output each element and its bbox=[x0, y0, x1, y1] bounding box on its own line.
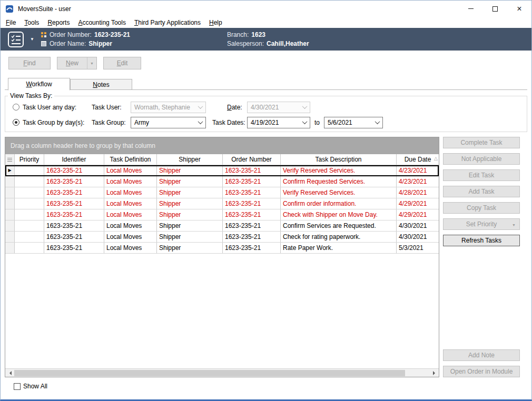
menu-accounting-tools[interactable]: Accounting Tools bbox=[74, 18, 130, 27]
app-icon bbox=[5, 5, 14, 13]
cell-task-definition: Local Moves bbox=[104, 176, 157, 187]
set-priority-label: Set Priority bbox=[466, 220, 497, 228]
table-row[interactable]: 1623-235-21Local MovesShipper1623-235-21… bbox=[5, 243, 439, 254]
task-user-select[interactable]: Wornath, Stephanie bbox=[131, 102, 206, 113]
table-row[interactable]: 1623-235-21Local MovesShipper1623-235-21… bbox=[5, 220, 439, 232]
task-date-from-value: 4/19/2021 bbox=[251, 119, 279, 126]
scroll-left-icon[interactable] bbox=[5, 369, 14, 377]
cell-shipper: Shipper bbox=[157, 198, 223, 209]
task-group-selected-value: Army bbox=[134, 119, 149, 126]
close-icon: × bbox=[517, 5, 521, 13]
edit-task-button[interactable]: Edit Task bbox=[443, 169, 520, 181]
show-all-row: Show All bbox=[5, 383, 527, 390]
window-title: MoversSuite - user bbox=[18, 5, 71, 13]
menu-reports[interactable]: Reports bbox=[43, 18, 74, 27]
task-date-to-select[interactable]: 5/6/2021 bbox=[324, 117, 383, 128]
grid-menu-icon bbox=[7, 158, 12, 158]
column-header-identifier[interactable]: Identifier bbox=[44, 154, 104, 165]
table-row[interactable]: 1623-235-21Local MovesShipper1623-235-21… bbox=[5, 187, 439, 198]
open-order-in-module-button[interactable]: Open Order in Module bbox=[443, 366, 520, 377]
new-button-label: New bbox=[57, 57, 87, 69]
order-list-icon[interactable] bbox=[7, 31, 26, 48]
menu-third-party-applications[interactable]: Third Party Applications bbox=[130, 18, 205, 27]
row-indicator-cell: ▶ bbox=[5, 165, 15, 176]
task-group-label: Task Group: bbox=[92, 119, 129, 126]
task-user-filter-row: Task User any day: Task User: Wornath, S… bbox=[5, 99, 527, 115]
scroll-right-icon[interactable] bbox=[430, 369, 439, 377]
task-actions-panel: Complete Task Not Applicable Edit Task A… bbox=[443, 137, 520, 377]
cell-order-number: 1623-235-21 bbox=[223, 165, 281, 176]
set-priority-button[interactable]: Set Priority ▼ bbox=[443, 218, 520, 230]
tab-workflow[interactable]: Workflow bbox=[8, 78, 70, 91]
add-task-button[interactable]: Add Task bbox=[443, 186, 520, 197]
add-note-button[interactable]: Add Note bbox=[443, 349, 520, 361]
maximize-button[interactable] bbox=[483, 1, 507, 17]
task-user-label: Task User: bbox=[92, 104, 129, 111]
grid-body: ▶1623-235-21Local MovesShipper1623-235-2… bbox=[5, 165, 439, 368]
sort-ascending-icon: △ bbox=[434, 156, 438, 161]
maximize-icon bbox=[492, 6, 498, 12]
menu-file[interactable]: File bbox=[2, 18, 20, 27]
row-indicator-cell bbox=[5, 220, 15, 231]
task-user-radio-icon[interactable] bbox=[13, 104, 19, 111]
set-priority-dropdown-icon[interactable]: ▼ bbox=[512, 223, 516, 227]
horizontal-scrollbar[interactable] bbox=[5, 368, 439, 377]
task-dates-label: Task Dates: bbox=[212, 119, 245, 126]
menu-help[interactable]: Help bbox=[205, 18, 226, 27]
table-row[interactable]: 1623-235-21Local MovesShipper1623-235-21… bbox=[5, 198, 439, 209]
date-select[interactable]: 4/30/2021 bbox=[247, 102, 310, 113]
cell-shipper: Shipper bbox=[157, 243, 223, 253]
close-button[interactable]: × bbox=[507, 1, 531, 17]
cell-identifier: 1623-235-21 bbox=[44, 220, 104, 231]
cell-task-description: Check with Shipper on Move Day. bbox=[281, 209, 397, 220]
table-row[interactable]: 1623-235-21Local MovesShipper1623-235-21… bbox=[5, 232, 439, 243]
column-header-priority[interactable]: Priority bbox=[15, 154, 44, 165]
table-row[interactable]: 1623-235-21Local MovesShipper1623-235-21… bbox=[5, 209, 439, 220]
column-header-task-definition[interactable]: Task Definition bbox=[104, 154, 157, 165]
complete-task-button[interactable]: Complete Task bbox=[443, 137, 520, 148]
column-header-order-number[interactable]: Order Number bbox=[223, 154, 281, 165]
header-dropdown-icon[interactable]: ▼ bbox=[30, 37, 34, 42]
minimize-button[interactable] bbox=[459, 1, 483, 17]
task-group-radio[interactable]: Task Group by day(s): bbox=[13, 119, 92, 126]
row-indicator-cell bbox=[5, 243, 15, 253]
menu-tools[interactable]: Tools bbox=[20, 18, 43, 27]
task-group-radio-label: Task Group by day(s): bbox=[23, 119, 84, 126]
task-user-radio[interactable]: Task User any day: bbox=[13, 104, 92, 111]
task-group-radio-icon[interactable] bbox=[13, 119, 19, 126]
column-header-shipper[interactable]: Shipper bbox=[157, 154, 223, 165]
table-row[interactable]: 1623-235-21Local MovesShipper1623-235-21… bbox=[5, 176, 439, 187]
cell-identifier: 1623-235-21 bbox=[44, 176, 104, 187]
table-row[interactable]: ▶1623-235-21Local MovesShipper1623-235-2… bbox=[5, 165, 439, 176]
column-header-task-description[interactable]: Task Description bbox=[281, 154, 397, 165]
show-all-checkbox[interactable] bbox=[14, 383, 21, 390]
column-header-label: Priority bbox=[19, 156, 39, 163]
column-header-due-date[interactable]: Due Date△ bbox=[397, 154, 439, 165]
new-button[interactable]: New ▼ bbox=[57, 57, 97, 69]
column-header-label: Identifier bbox=[62, 156, 86, 163]
edit-button[interactable]: Edit bbox=[103, 57, 141, 69]
scrollbar-track[interactable] bbox=[14, 369, 430, 377]
tab-workflow-label: Workflow bbox=[26, 81, 52, 88]
scrollbar-thumb[interactable] bbox=[14, 370, 405, 376]
copy-task-button[interactable]: Copy Task bbox=[443, 202, 520, 214]
to-label: to bbox=[314, 119, 320, 126]
task-date-from-select[interactable]: 4/19/2021 bbox=[247, 117, 310, 128]
new-dropdown-icon[interactable]: ▼ bbox=[87, 57, 96, 69]
order-name-value: Shipper bbox=[88, 40, 112, 47]
chevron-down-icon bbox=[300, 117, 310, 128]
tab-notes[interactable]: Notes bbox=[70, 79, 132, 90]
refresh-tasks-button[interactable]: Refresh Tasks bbox=[443, 235, 520, 246]
cell-task-description: Verify Reserved Services. bbox=[281, 165, 397, 176]
cell-identifier: 1623-235-21 bbox=[44, 232, 104, 242]
row-indicator-cell bbox=[5, 187, 15, 198]
task-user-radio-label: Task User any day: bbox=[23, 104, 76, 111]
group-by-hint[interactable]: Drag a column header here to group by th… bbox=[5, 137, 439, 154]
find-button[interactable]: Find bbox=[8, 57, 51, 69]
cell-order-number: 1623-235-21 bbox=[223, 232, 281, 242]
column-header-label: Due Date bbox=[405, 156, 431, 163]
task-group-select[interactable]: Army bbox=[131, 117, 206, 128]
not-applicable-button[interactable]: Not Applicable bbox=[443, 153, 520, 165]
cell-shipper: Shipper bbox=[157, 232, 223, 242]
task-user-selected-value: Wornath, Stephanie bbox=[134, 104, 190, 111]
